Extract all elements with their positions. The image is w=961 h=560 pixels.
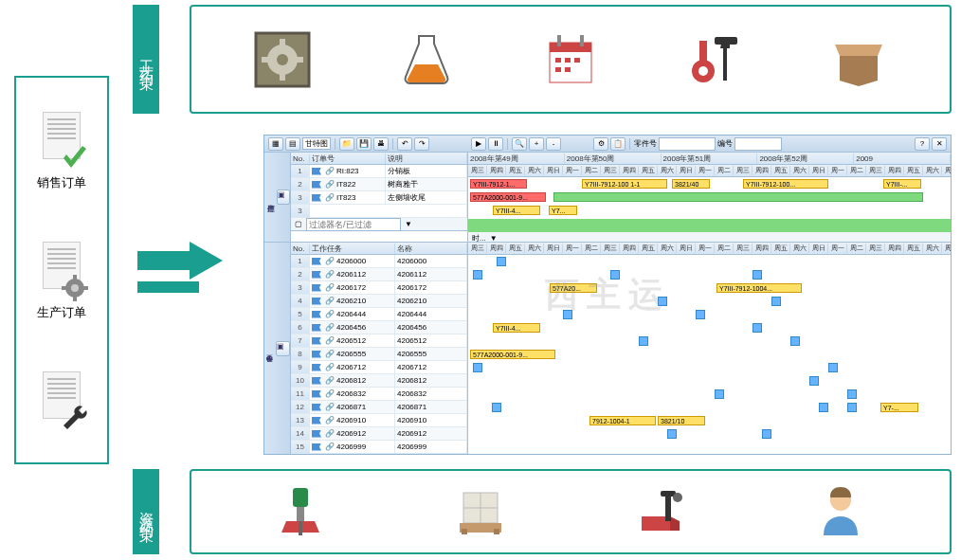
toolbar-btn[interactable]: ⚙ bbox=[593, 137, 608, 151]
gantt-bar[interactable]: Y7III-7912-1... bbox=[470, 179, 527, 189]
input-documents-panel: 销售订单 生产订单 bbox=[14, 76, 109, 464]
workcenter-row[interactable]: 3🔗42061724206172 bbox=[291, 281, 467, 295]
gantt-bar[interactable]: Y7-... bbox=[880, 403, 918, 412]
toolbar-btn[interactable]: ✕ bbox=[932, 137, 947, 151]
workcenter-row[interactable]: 14🔗42069124206912 bbox=[291, 427, 467, 441]
gantt-bar[interactable] bbox=[762, 429, 771, 439]
toolbar-btn[interactable]: 📁 bbox=[339, 137, 354, 151]
day-header-cell: 周六 bbox=[525, 166, 544, 175]
gantt-bar[interactable] bbox=[828, 363, 838, 372]
toolbar-btn[interactable]: - bbox=[546, 137, 561, 151]
day-header-cell: 周四 bbox=[620, 166, 639, 175]
workcenter-row[interactable]: 13🔗42069104206910 bbox=[291, 414, 467, 427]
workcenter-row[interactable]: 4🔗42062104206210 bbox=[291, 295, 467, 308]
gantt-bar[interactable] bbox=[473, 270, 482, 280]
document-wrench-icon bbox=[38, 371, 85, 428]
gantt-bar[interactable] bbox=[658, 297, 667, 306]
id-input[interactable] bbox=[734, 137, 782, 151]
gantt-bar[interactable] bbox=[819, 403, 828, 412]
gantt-bar[interactable] bbox=[610, 270, 620, 280]
day-header-cell: 周四 bbox=[885, 166, 904, 175]
workcenter-row[interactable]: 8🔗42065554206555 bbox=[291, 348, 467, 361]
gantt-bar[interactable] bbox=[553, 192, 923, 202]
gantt-bar[interactable]: Y7III-7912-1004... bbox=[716, 283, 802, 293]
workcenter-row[interactable]: 15🔗42069994206999 bbox=[291, 441, 467, 454]
workcenter-row[interactable]: 1🔗42060004206000 bbox=[291, 255, 467, 268]
gantt-bar[interactable] bbox=[790, 336, 800, 346]
toolbar-btn[interactable]: ↶ bbox=[397, 137, 412, 151]
workcenter-row[interactable]: 10🔗42068124206812 bbox=[291, 374, 467, 388]
nav-button[interactable]: ▣ bbox=[277, 190, 290, 205]
toolbar-btn[interactable]: ▤ bbox=[285, 137, 300, 151]
day-header-cell: 周三 bbox=[734, 244, 752, 253]
gantt-bar[interactable] bbox=[752, 323, 762, 333]
toolbar-btn[interactable]: 🖶 bbox=[373, 137, 389, 151]
gantt-bar[interactable]: Y7... bbox=[549, 206, 577, 215]
gantt-bar[interactable]: Y7III-... bbox=[883, 179, 921, 189]
day-header-cell: 周五 bbox=[506, 244, 525, 253]
svg-rect-15 bbox=[557, 35, 561, 46]
gantt-bar[interactable] bbox=[639, 336, 648, 346]
workcenter-row[interactable]: 9🔗42067124206712 bbox=[291, 361, 467, 374]
gantt-bar[interactable] bbox=[752, 270, 762, 280]
gantt-bar[interactable]: Y7III-7912-100 1-1 bbox=[582, 179, 667, 189]
workcenter-row[interactable]: 6🔗42064564206456 bbox=[291, 321, 467, 334]
toolbar-btn[interactable]: ? bbox=[915, 137, 930, 151]
gantt-bar[interactable] bbox=[847, 389, 857, 399]
svg-rect-2 bbox=[73, 275, 77, 280]
gantt-bar[interactable] bbox=[497, 257, 506, 266]
gantt-bar[interactable]: 3821/10 bbox=[658, 416, 705, 425]
day-header-cell: 周三 bbox=[866, 244, 885, 253]
order-row[interactable]: 2🔗IT822树商雅干 bbox=[291, 178, 467, 191]
toolbar-btn[interactable]: ▦ bbox=[268, 137, 283, 151]
day-header-cell: 周日 bbox=[677, 244, 696, 253]
gantt-bar[interactable]: 577A2000-001-9... bbox=[470, 192, 546, 202]
view-mode-label[interactable]: 甘特图 bbox=[302, 137, 331, 150]
part-number-input[interactable] bbox=[659, 137, 716, 151]
process-constraints-label: 工艺约束 bbox=[133, 5, 159, 114]
svg-rect-3 bbox=[73, 296, 77, 301]
toolbar-btn[interactable]: + bbox=[529, 137, 544, 151]
gantt-bar[interactable]: Y7III-7912-100... bbox=[743, 179, 828, 189]
gantt-bar[interactable]: Y7III-4... bbox=[493, 323, 540, 333]
gantt-bar[interactable] bbox=[847, 403, 857, 412]
gantt-bar[interactable] bbox=[771, 297, 781, 306]
workcenter-row[interactable]: 7🔗42065124206512 bbox=[291, 334, 467, 348]
day-header-cell: 周六 bbox=[923, 244, 942, 253]
gantt-bar[interactable] bbox=[667, 429, 677, 439]
toolbar-btn[interactable]: 🔍 bbox=[512, 137, 527, 151]
order-row[interactable]: 3🔗IT823左侧墙收尾 bbox=[291, 191, 467, 205]
gantt-bar[interactable]: 7912-1004-1 bbox=[589, 416, 656, 425]
gantt-bar[interactable] bbox=[715, 389, 724, 399]
toolbar-btn[interactable]: ↷ bbox=[414, 137, 429, 151]
gantt-bar[interactable] bbox=[492, 403, 501, 412]
week-header-cell: 2008年第49周 bbox=[468, 154, 565, 164]
gantt-bar[interactable]: 577A20... bbox=[550, 283, 597, 293]
workcenter-row[interactable]: 11🔗42068324206832 bbox=[291, 388, 467, 401]
toolbar-btn[interactable]: ▶ bbox=[471, 137, 486, 151]
orders-timeline[interactable]: 2008年第49周2008年第50周2008年第51周2008年第52周2009… bbox=[468, 153, 951, 242]
workcenter-row[interactable]: 5🔗42064444206444 bbox=[291, 308, 467, 321]
gantt-bar[interactable] bbox=[563, 310, 572, 319]
gantt-bar[interactable]: 3821/40 bbox=[672, 179, 710, 189]
svg-rect-25 bbox=[715, 37, 737, 45]
gantt-bar[interactable]: 577A2000-001-9... bbox=[470, 350, 555, 359]
nav-button[interactable]: ▣ bbox=[276, 341, 290, 356]
document-gear-icon bbox=[38, 242, 85, 298]
gantt-bar[interactable] bbox=[473, 363, 482, 372]
day-header-cell: 周六 bbox=[790, 244, 809, 253]
toolbar-btn[interactable]: 📋 bbox=[610, 137, 626, 151]
toolbar-btn[interactable]: 💾 bbox=[356, 137, 372, 151]
workcenter-row[interactable]: 12🔗42068714206871 bbox=[291, 401, 467, 414]
order-row[interactable]: 1🔗RI:823分销板 bbox=[291, 165, 467, 178]
gantt-bar[interactable]: Y7III-4... bbox=[493, 206, 540, 215]
workcenter-row[interactable]: 2🔗42061124206112 bbox=[291, 268, 467, 281]
toolbar-btn[interactable]: ⏸ bbox=[488, 137, 503, 151]
gantt-bar[interactable] bbox=[809, 376, 819, 386]
gantt-bar[interactable] bbox=[696, 310, 705, 319]
svg-rect-28 bbox=[299, 521, 302, 535]
workcenters-timeline[interactable]: 周三周四周五周六周日周一周二周三周四周五周六周日周一周二周三周四周五周六周日周一… bbox=[468, 243, 951, 454]
svg-rect-14 bbox=[550, 43, 591, 52]
filter-input[interactable] bbox=[306, 218, 401, 231]
day-header-cell: 周五 bbox=[639, 244, 658, 253]
